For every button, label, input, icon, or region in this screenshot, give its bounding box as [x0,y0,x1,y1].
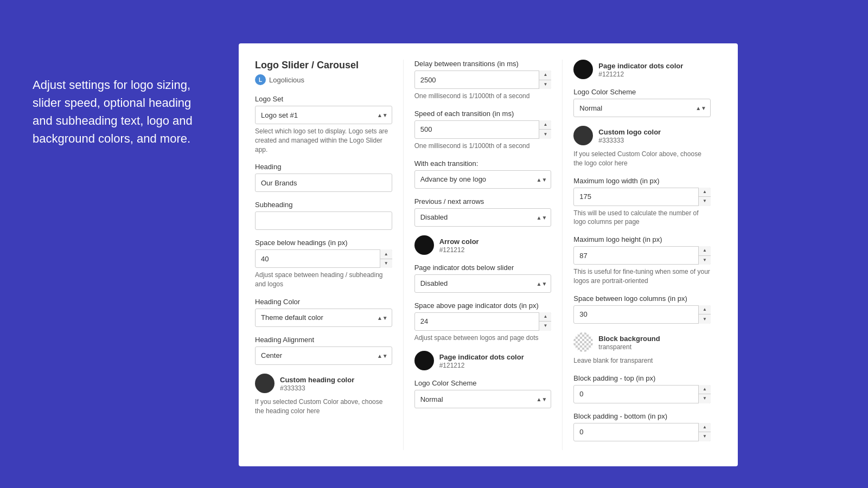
heading-alignment-select[interactable]: Center [255,346,392,365]
delay-transitions-input[interactable] [414,70,552,89]
block-padding-bottom-input[interactable] [573,423,711,441]
page-indicator-dots-color-dot [573,60,593,79]
prev-next-arrows-select-wrapper: Disabled ▲▼ [414,208,552,227]
max-logo-height-input[interactable] [573,246,711,265]
space-between-logo-columns-up[interactable]: ▲ [699,305,711,315]
space-between-logo-columns-spinners: ▲ ▼ [698,305,711,324]
delay-transitions-down[interactable]: ▼ [539,80,551,89]
max-logo-height-up[interactable]: ▲ [699,246,711,256]
space-above-page-dots-wrapper: ▲ ▼ [414,312,552,331]
space-between-logo-columns-field: Space between logo columns (in px) ▲ ▼ [573,294,711,324]
max-logo-width-down[interactable]: ▼ [699,197,711,206]
block-padding-bottom-wrapper: ▲ ▼ [573,423,711,441]
space-above-page-dots-down[interactable]: ▼ [539,322,551,331]
block-padding-top-input[interactable] [573,385,711,403]
block-padding-bottom-up[interactable]: ▲ [699,423,711,433]
page-indicator-dots-color2-hex: #121212 [439,362,524,369]
space-above-page-dots-up[interactable]: ▲ [539,312,551,322]
space-above-page-dots-spinners: ▲ ▼ [539,312,551,331]
block-background-swatch[interactable]: Block background transparent [573,332,711,352]
max-logo-height-field: Maximum logo height (in px) ▲ ▼ This is … [573,235,711,286]
space-above-page-dots-label: Space above page indicator dots (in px) [414,301,552,310]
logo-color-scheme-field: Logo Color Scheme Normal ▲▼ [573,88,711,117]
custom-heading-color-label: Custom heading color [280,376,354,384]
speed-transition-down[interactable]: ▼ [539,130,551,139]
heading-input[interactable] [255,174,392,192]
prev-next-arrows-select[interactable]: Disabled [414,208,552,227]
space-below-input[interactable] [255,249,392,268]
logo-color-scheme2-label: Logo Color Scheme [414,379,552,387]
heading-color-select-wrapper: Theme default color ▲▼ [255,309,392,327]
with-each-transition-label: With each transition: [414,159,552,168]
logo-set-description: Select which logo set to display. Logo s… [255,127,392,154]
max-logo-width-up[interactable]: ▲ [699,188,711,197]
heading-color-select[interactable]: Theme default color [255,309,392,327]
custom-logo-color-info: Custom logo color #333333 [598,127,661,144]
speed-transition-input[interactable] [414,120,552,139]
heading-field: Heading [255,163,392,192]
speed-transition-spinners: ▲ ▼ [539,120,551,139]
page-indicator-dots-color2-swatch[interactable]: Page indicator dots color #121212 [414,351,552,370]
heading-label: Heading [255,163,392,171]
space-below-up[interactable]: ▲ [380,249,392,259]
logo-color-scheme2-select-wrapper: Normal ▲▼ [414,390,552,408]
logo-color-scheme-select[interactable]: Normal [573,99,711,117]
arrow-color-label: Arrow color [439,237,479,246]
page-indicator-dots-color-hex: #121212 [598,70,683,78]
max-logo-width-label: Maximum logo width (in px) [573,177,711,185]
max-logo-width-input[interactable] [573,188,711,206]
space-above-page-dots-input[interactable] [414,312,552,331]
plugin-name: L Logolicious [255,74,392,85]
custom-heading-color-dot [255,374,275,393]
settings-card: Logo Slider / Carousel L Logolicious Log… [239,43,738,466]
logo-set-select[interactable]: Logo set #1 [255,106,392,124]
space-above-page-dots-description: Adjust space between logos and page dots [414,333,552,343]
page-indicator-dots-field: Page indicator dots below slider Disable… [414,264,552,293]
block-padding-bottom-label: Block padding - bottom (in px) [573,412,711,420]
space-above-page-dots-field: Space above page indicator dots (in px) … [414,301,552,343]
column-3: Page indicator dots color #121212 Logo C… [563,60,722,450]
custom-heading-color-hex: #333333 [280,384,354,392]
subheading-input[interactable] [255,211,392,230]
custom-logo-color-label: Custom logo color [598,128,661,136]
block-padding-top-down[interactable]: ▼ [699,394,711,403]
delay-transitions-up[interactable]: ▲ [539,70,551,80]
heading-alignment-label: Heading Alignment [255,336,392,344]
logo-set-label: Logo Set [255,95,392,103]
arrow-color-swatch[interactable]: Arrow color #121212 [414,235,552,255]
block-padding-bottom-down[interactable]: ▼ [699,432,711,441]
page-indicator-dots-color2-dot [414,351,434,370]
arrow-color-field: Arrow color #121212 [414,235,552,255]
page-indicator-dots-color-info: Page indicator dots color #121212 [598,61,683,78]
column-1: Logo Slider / Carousel L Logolicious Log… [255,60,404,450]
left-panel: Adjust settings for logo sizing, slider … [0,0,239,180]
space-between-logo-columns-input[interactable] [573,305,711,324]
block-padding-top-field: Block padding - top (in px) ▲ ▼ [573,374,711,403]
plugin-name-label: Logolicious [269,76,304,84]
max-logo-height-down[interactable]: ▼ [699,256,711,265]
page-indicator-dots-color-field: Page indicator dots color #121212 [573,60,711,79]
max-logo-height-label: Maximum logo height (in px) [573,235,711,243]
logo-color-scheme2-select[interactable]: Normal [414,390,552,408]
block-padding-top-up[interactable]: ▲ [699,385,711,395]
delay-transitions-description: One millisecond is 1/1000th of a second [414,92,552,101]
space-below-wrapper: ▲ ▼ [255,249,392,268]
space-between-logo-columns-down[interactable]: ▼ [699,314,711,324]
delay-transitions-wrapper: ▲ ▼ [414,70,552,89]
page-indicator-dots-select-wrapper: Disabled ▲▼ [414,274,552,293]
custom-logo-color-hex: #333333 [598,137,661,144]
speed-transition-up[interactable]: ▲ [539,120,551,130]
with-each-transition-select[interactable]: Advance by one logo [414,170,552,189]
block-background-description: Leave blank for transparent [573,356,711,365]
custom-logo-color-dot [573,126,593,145]
page-indicator-dots-color-swatch[interactable]: Page indicator dots color #121212 [573,60,711,79]
max-logo-width-spinners: ▲ ▼ [698,188,711,206]
custom-logo-color-swatch[interactable]: Custom logo color #333333 [573,126,711,145]
space-below-label: Space below headings (in px) [255,239,392,247]
space-below-down[interactable]: ▼ [380,259,392,268]
page-indicator-dots-label: Page indicator dots below slider [414,264,552,272]
max-logo-height-wrapper: ▲ ▼ [573,246,711,265]
speed-transition-wrapper: ▲ ▼ [414,120,552,139]
custom-heading-color-swatch[interactable]: Custom heading color #333333 [255,374,392,393]
page-indicator-dots-select[interactable]: Disabled [414,274,552,293]
